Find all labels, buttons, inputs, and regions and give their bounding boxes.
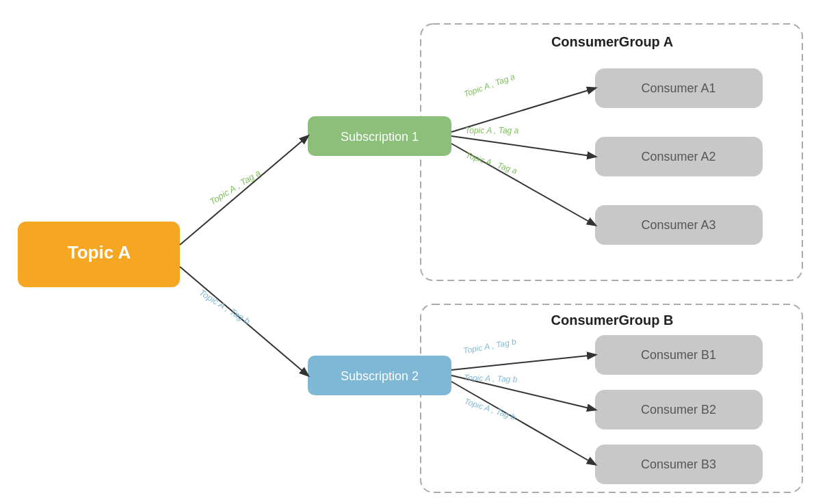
tag-sub1-a1: Topic A , Tag a: [462, 72, 516, 99]
consumer-a3-label: Consumer A3: [641, 218, 715, 232]
tag-sub1-a3: Topic A , Tag a: [464, 150, 518, 176]
tag-sub2-b3: Topic A , Tag b: [463, 397, 517, 423]
arrow-sub2-b3: [451, 382, 595, 464]
tag-sub2-b2: Topic A , Tag b: [464, 373, 518, 384]
group-a-label: ConsumerGroup A: [551, 34, 673, 49]
tag-sub2-b1: Topic A , Tag b: [462, 337, 517, 356]
tag-topic-sub2: Topic A , Tag b: [197, 287, 252, 327]
consumer-a2-label: Consumer A2: [641, 150, 715, 163]
diagram: ConsumerGroup A ConsumerGroup B Topic A …: [0, 0, 816, 504]
tag-topic-sub1: Topic A , Tag a: [208, 168, 263, 207]
consumer-b2-label: Consumer B2: [641, 403, 716, 416]
consumer-a1-label: Consumer A1: [641, 81, 715, 95]
topic-label: Topic A: [68, 242, 131, 263]
consumer-b3-label: Consumer B3: [641, 457, 716, 471]
consumer-b1-label: Consumer B1: [641, 348, 716, 362]
arrow-sub2-b1: [451, 355, 595, 370]
group-b-label: ConsumerGroup B: [551, 313, 674, 328]
sub2-label: Subscription 2: [341, 369, 419, 383]
sub1-label: Subscription 1: [341, 130, 419, 144]
tag-sub1-a2: Topic A , Tag a: [465, 126, 519, 135]
arrow-topic-sub1: [180, 136, 308, 245]
